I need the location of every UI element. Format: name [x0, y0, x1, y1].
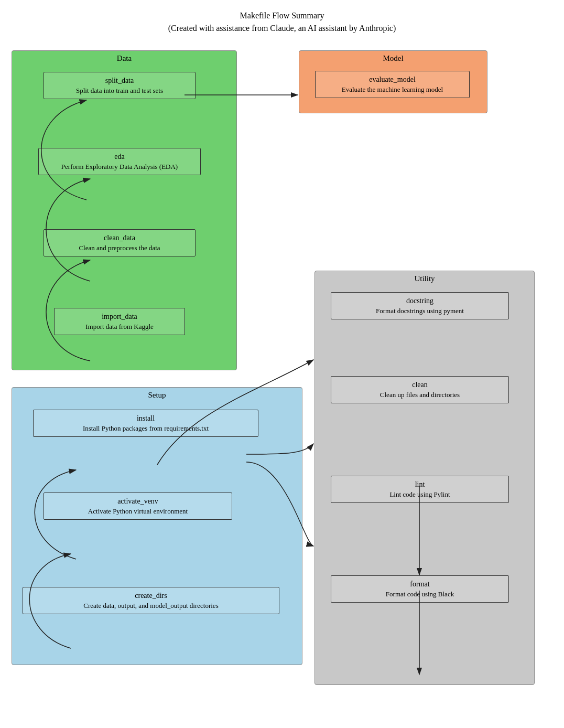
node-split-data: split_data Split data into train and tes…	[44, 72, 196, 99]
node-clean: clean Clean up files and directories	[331, 376, 509, 403]
node-docstring: docstring Format docstrings using pyment	[331, 292, 509, 319]
node-format: format Format code using Black	[331, 575, 509, 603]
node-lint: lint Lint code using Pylint	[331, 476, 509, 503]
panel-setup-label: Setup	[12, 388, 302, 402]
node-activate-venv: activate_venv Activate Python virtual en…	[44, 493, 232, 520]
node-install: install Install Python packages from req…	[33, 410, 258, 437]
panel-utility-label: Utility	[315, 271, 534, 285]
node-eda: eda Perform Exploratory Data Analysis (E…	[38, 148, 201, 175]
node-create-dirs: create_dirs Create data, output, and mod…	[23, 587, 279, 614]
node-clean-data: clean_data Clean and preprocess the data	[44, 229, 196, 256]
panel-model: Model evaluate_model Evaluate the machin…	[299, 50, 487, 113]
node-import-data: import_data Import data from Kaggle	[54, 308, 185, 335]
node-evaluate-model: evaluate_model Evaluate the machine lear…	[315, 71, 470, 98]
page-title: Makefile Flow Summary (Created with assi…	[0, 0, 564, 35]
panel-data: Data split_data Split data into train an…	[12, 50, 237, 370]
panel-utility: Utility docstring Format docstrings usin…	[314, 271, 535, 685]
panel-model-label: Model	[299, 51, 487, 65]
panel-data-label: Data	[12, 51, 236, 65]
panel-setup: Setup install Install Python packages fr…	[12, 387, 302, 665]
